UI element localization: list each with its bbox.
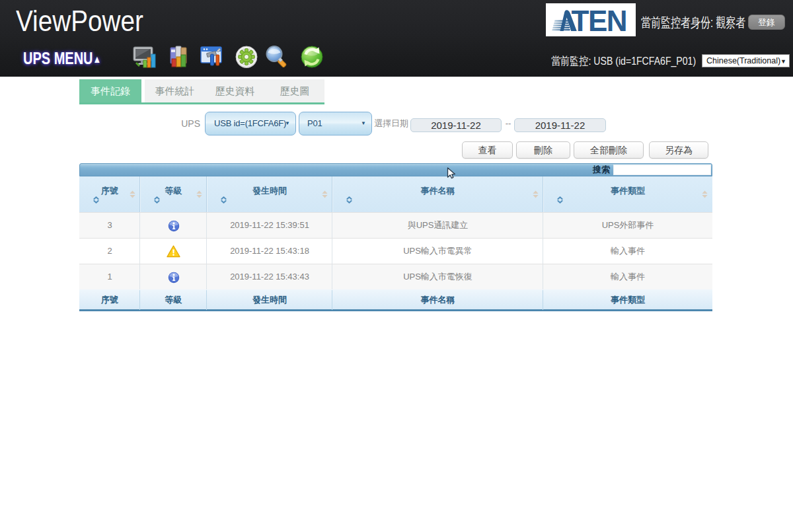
select-arrow-icon: ▼	[285, 112, 290, 135]
footer-cell-2: 等級	[140, 290, 207, 310]
monitor-chart-icon[interactable]	[132, 44, 157, 69]
info-level-icon	[168, 220, 180, 232]
date-from-input[interactable]: 2019-11-22	[410, 118, 502, 132]
cell-發生時間: 2019-11-22 15:43:43	[207, 264, 332, 289]
table-footer-row: 序號等級發生時間事件名稱事件類型	[79, 289, 712, 311]
column-header-3[interactable]: 發生時間	[207, 176, 332, 212]
ups-menu-button[interactable]: UPS MENU▲	[23, 49, 101, 68]
login-button[interactable]: 登錄	[748, 15, 785, 30]
monitor-status-label: 當前監控: USB (id=1FCFA6F_P01)	[551, 54, 696, 69]
sort-chevrons-icon[interactable]	[346, 194, 352, 206]
aten-logo-graphic: TEN	[552, 5, 626, 36]
gear-icon[interactable]	[234, 44, 259, 69]
info-level-icon	[168, 272, 180, 284]
footer-cell-4: 事件名稱	[332, 290, 543, 310]
cell-事件類型: UPS外部事件	[543, 213, 712, 238]
date-label: 選擇日期	[374, 112, 408, 135]
language-select[interactable]: Chinese(Traditional)▼	[702, 54, 790, 67]
books-chart-icon[interactable]	[167, 44, 192, 69]
cell-序號: 2	[79, 239, 140, 264]
column-header-5[interactable]: 事件類型	[543, 176, 712, 212]
table-header-row: 序號等級發生時間事件名稱事件類型	[79, 176, 712, 212]
column-title: 事件名稱	[332, 176, 543, 197]
refresh-icon[interactable]	[299, 44, 324, 69]
column-title: 事件類型	[543, 176, 712, 197]
cell-等級	[140, 213, 207, 238]
warning-level-icon	[167, 245, 180, 258]
tab-2[interactable]: 事件統計	[145, 79, 205, 102]
column-header-2[interactable]: 等級	[140, 176, 207, 212]
action-button-1[interactable]: 查看	[462, 141, 513, 159]
ups-label: UPS	[172, 112, 200, 135]
aten-logo: TEN	[546, 3, 636, 36]
cell-序號: 3	[79, 213, 140, 238]
tab-bar: 事件記錄事件統計歷史資料歷史圖	[79, 79, 324, 104]
port-select[interactable]: P01 ▼	[299, 112, 372, 135]
event-table: 搜索 序號等級發生時間事件名稱事件類型 32019-11-22 15:39:51…	[79, 163, 712, 311]
table-search-bar: 搜索	[79, 163, 712, 176]
magnifier-icon[interactable]	[264, 44, 289, 69]
cell-發生時間: 2019-11-22 15:39:51	[207, 213, 332, 238]
select-arrow-icon: ▼	[361, 112, 366, 135]
table-row-3[interactable]: 12019-11-22 15:43:43UPS輸入市電恢復輸入事件	[79, 264, 712, 289]
select-arrow-icon: ▼	[780, 56, 786, 67]
action-button-2[interactable]: 刪除	[516, 141, 570, 159]
ups-select[interactable]: USB id=(1FCFA6F) ▼	[205, 112, 296, 135]
cell-發生時間: 2019-11-22 15:43:18	[207, 239, 332, 264]
sort-chevrons-icon[interactable]	[93, 194, 99, 206]
cell-事件名稱: UPS輸入市電恢復	[332, 264, 543, 289]
action-button-4[interactable]: 另存為	[649, 141, 708, 159]
page: ViewPower TEN	[0, 0, 793, 532]
cell-等級	[140, 264, 207, 289]
cell-序號: 1	[79, 264, 140, 289]
column-header-4[interactable]: 事件名稱	[332, 176, 543, 212]
sort-arrows-icon	[196, 189, 202, 201]
footer-cell-3: 發生時間	[207, 290, 332, 310]
cell-等級	[140, 239, 207, 264]
app-title: ViewPower	[16, 4, 143, 38]
table-row-2[interactable]: 22019-11-22 15:43:18UPS輸入市電異常輸入事件	[79, 238, 712, 264]
cell-事件類型: 輸入事件	[543, 264, 712, 289]
column-header-1[interactable]: 序號	[79, 176, 140, 212]
action-button-3[interactable]: 全部刪除	[574, 141, 644, 159]
tab-1[interactable]: 事件記錄	[79, 79, 141, 102]
tab-3[interactable]: 歷史資料	[205, 79, 265, 102]
sort-chevrons-icon[interactable]	[557, 194, 563, 206]
cell-事件類型: 輸入事件	[543, 239, 712, 264]
mouse-cursor	[447, 167, 456, 183]
date-to-input[interactable]: 2019-11-22	[514, 118, 606, 132]
footer-cell-5: 事件類型	[543, 290, 712, 310]
search-input[interactable]	[613, 165, 711, 175]
footer-cell-1: 序號	[79, 290, 140, 310]
sort-arrows-icon	[533, 189, 539, 201]
menu-collapse-arrow: ▲	[93, 54, 102, 65]
cell-事件名稱: 與UPS通訊建立	[332, 213, 543, 238]
sort-chevrons-icon[interactable]	[154, 194, 160, 206]
sort-arrows-icon	[702, 189, 708, 201]
date-separator: --	[503, 112, 513, 135]
sort-arrows-icon	[130, 189, 135, 201]
search-label: 搜索	[593, 164, 610, 176]
identity-label: 當前監控者身份: 觀察者	[641, 14, 745, 32]
tab-4[interactable]: 歷史圖	[265, 79, 324, 102]
window-tools-icon[interactable]	[199, 44, 224, 69]
table-row-1[interactable]: 32019-11-22 15:39:51與UPS通訊建立UPS外部事件	[79, 212, 712, 238]
table-body: 32019-11-22 15:39:51與UPS通訊建立UPS外部事件22019…	[79, 212, 712, 289]
app-header: ViewPower TEN	[0, 0, 793, 77]
sort-chevrons-icon[interactable]	[221, 194, 227, 206]
cell-事件名稱: UPS輸入市電異常	[332, 239, 543, 264]
svg-text:TEN: TEN	[572, 5, 627, 36]
sort-arrows-icon	[322, 189, 328, 201]
ups-menu-label: UPS MENU	[23, 49, 93, 67]
